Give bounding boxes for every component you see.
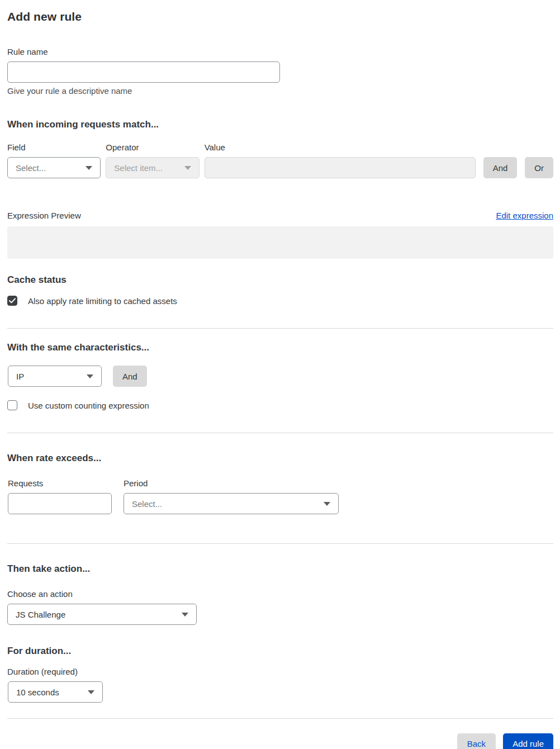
custom-counting-label: Use custom counting expression [28,401,149,410]
divider [7,328,553,329]
characteristics-row: IP And [7,366,553,387]
action-select[interactable]: JS Challenge [7,604,197,625]
value-label: Value [205,143,476,152]
characteristics-and-button[interactable]: And [113,366,147,387]
field-select[interactable]: Select... [7,157,101,178]
edit-expression-link[interactable]: Edit expression [496,211,553,220]
custom-counting-checkbox[interactable] [7,400,17,410]
action-label: Choose an action [7,589,553,599]
expression-preview-box [7,226,553,259]
duration-heading: For duration... [7,646,553,657]
rule-name-helper: Give your rule a descriptive name [7,86,553,96]
action-heading: Then take action... [7,563,553,575]
duration-label: Duration (required) [7,667,553,676]
rate-heading: When rate exceeds... [7,453,553,464]
duration-select[interactable]: 10 seconds [8,681,103,703]
and-button[interactable]: And [483,157,518,178]
cached-assets-checkbox[interactable] [7,296,17,306]
or-button[interactable]: Or [525,157,553,178]
period-select[interactable]: Select... [124,493,339,514]
check-icon [9,298,16,304]
operator-select-value: Select item... [114,163,163,173]
chevron-down-icon [88,690,94,694]
action-group: Choose an action JS Challenge [7,589,553,625]
custom-counting-checkbox-row: Use custom counting expression [7,400,553,410]
characteristic-select[interactable]: IP [8,366,102,387]
cached-assets-label: Also apply rate limiting to cached asset… [28,296,177,306]
add-rule-button[interactable]: Add rule [503,733,553,749]
operator-select: Select item... [106,157,199,178]
footer-actions: Back Add rule [7,733,553,749]
divider [7,433,553,433]
page-title: Add new rule [7,10,553,23]
expression-preview-label: Expression Preview [7,211,81,220]
action-select-value: JS Challenge [16,610,65,619]
divider [7,718,553,719]
chevron-down-icon [86,166,92,170]
characteristic-select-value: IP [16,372,24,381]
rule-name-input[interactable] [7,61,280,83]
match-builder-row: Field Select... Operator Select item... … [7,143,553,178]
match-section-heading: When incoming requests match... [7,119,553,130]
divider [7,543,553,544]
duration-select-value: 10 seconds [16,688,59,697]
chevron-down-icon [184,166,191,170]
cache-status-heading: Cache status [7,274,553,286]
rule-name-group: Rule name Give your rule a descriptive n… [7,47,553,96]
rate-row: Requests Period Select... [7,478,553,514]
expression-preview-header: Expression Preview Edit expression [7,211,553,220]
chevron-down-icon [324,502,330,506]
value-input [205,157,476,178]
field-label: Field [7,143,101,152]
cache-status-checkbox-row: Also apply rate limiting to cached asset… [7,296,553,306]
requests-input[interactable] [8,493,112,514]
chevron-down-icon [87,374,93,378]
field-select-value: Select... [16,163,46,173]
operator-label: Operator [106,143,199,152]
chevron-down-icon [182,613,188,617]
rule-name-label: Rule name [7,47,553,56]
duration-group: Duration (required) 10 seconds [7,667,553,703]
period-label: Period [124,478,339,488]
period-select-value: Select... [132,499,162,509]
characteristics-heading: With the same characteristics... [7,342,553,353]
requests-label: Requests [8,478,112,488]
back-button[interactable]: Back [457,733,496,749]
